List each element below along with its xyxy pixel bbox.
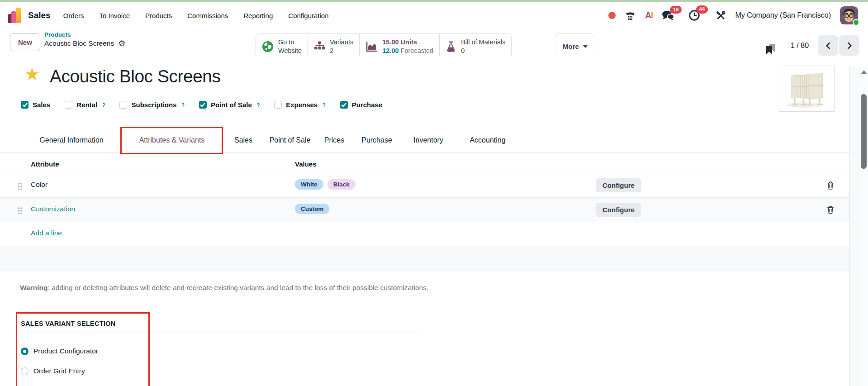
toggle-sales: Sales [21,101,50,109]
chevron-right-icon [845,42,854,50]
go-to-website-button[interactable]: Go to Website [256,34,308,59]
check-icon [200,102,205,108]
tab-attributes-variants[interactable]: Attributes & Variants [121,128,223,152]
table-header-row: Attribute Values [0,156,849,173]
chevron-left-icon [824,42,832,50]
pager-previous-button[interactable] [818,35,838,56]
attribute-cell[interactable]: Customization [31,205,75,213]
column-header-values: Values [295,160,317,168]
tab-purchase[interactable]: Purchase [353,128,401,152]
scrollbar-thumb[interactable] [861,94,867,169]
control-panel: New Products Acoustic Bloc Screens ⚙ Go … [0,29,868,56]
tools-icon[interactable] [716,10,726,21]
menu-reporting[interactable]: Reporting [242,9,274,22]
new-button[interactable]: New [10,33,40,51]
toggle-rental: Rental? [65,101,105,109]
pager-next-button[interactable] [839,35,859,56]
systray: AI 18 44 [608,6,868,24]
area-chart-icon [365,40,378,52]
activities-badge: 44 [696,5,708,14]
delete-row-trash-icon[interactable] [827,205,834,214]
tab-sales[interactable]: Sales [223,128,264,152]
table-row[interactable]: Customization Custom Configure [0,198,849,222]
toggle-point-of-sale: Point of Sale? [199,101,260,109]
company-switcher[interactable]: My Company (San Francisco) [735,11,831,19]
value-tag[interactable]: White [295,179,323,190]
variants-button[interactable]: Variants 2 [308,34,360,59]
radio-unselected-icon[interactable] [21,367,28,375]
menu-products[interactable]: Products [144,9,173,22]
breadcrumb: Products Acoustic Bloc Screens ⚙ [44,31,125,48]
bookmark-icon[interactable] [766,44,777,55]
radio-selected-icon[interactable] [21,348,28,355]
tab-accounting[interactable]: Accounting [456,128,519,152]
toggle-purchase: Purchase [340,101,383,109]
option-order-grid-entry[interactable]: Order Grid Entry [21,367,85,375]
section-divider [21,333,421,333]
phone-icon[interactable] [625,10,636,21]
pager-counter[interactable]: 1 / 80 [791,42,809,50]
tab-inventory[interactable]: Inventory [401,128,456,152]
option-product-configurator[interactable]: Product Configurator [21,347,98,355]
add-line-row: Add a line [0,222,849,246]
notebook-tabs: General Information Attributes & Variant… [0,128,849,152]
configure-button[interactable]: Configure [596,178,641,192]
online-status-dot [853,19,859,26]
purchase-checkbox[interactable] [340,101,348,109]
menu-to-invoice[interactable]: To Invoice [99,9,131,22]
column-header-attribute: Attribute [31,160,59,168]
top-navbar: Sales Orders To Invoice Products Commiss… [0,2,868,29]
stock-units-button[interactable]: 15.00 Units 12.00 Forecasted [360,34,440,59]
check-icon [341,102,346,108]
menu-configuration[interactable]: Configuration [287,9,329,22]
add-a-line-link[interactable]: Add a line [31,229,62,237]
point-of-sale-checkbox[interactable] [199,101,207,109]
ai-icon[interactable]: AI [645,10,653,20]
flask-icon [446,41,456,52]
toggle-expenses: Expenses? [274,101,325,109]
messages-icon[interactable]: 18 [662,10,674,21]
activities-clock-icon[interactable]: 44 [688,10,700,21]
drag-handle-icon[interactable] [17,182,22,190]
messages-badge: 18 [670,6,682,14]
delete-row-trash-icon[interactable] [827,181,834,190]
menu-orders[interactable]: Orders [62,9,85,22]
app-name[interactable]: Sales [28,10,51,20]
sales-checkbox[interactable] [21,101,28,109]
user-avatar[interactable] [840,6,858,24]
subscriptions-checkbox[interactable] [119,101,127,109]
configure-button[interactable]: Configure [596,203,641,217]
globe-icon [262,41,274,52]
tab-point-of-sale[interactable]: Point of Sale [264,128,316,152]
form-sheet: ★ Acoustic Bloc Screens [0,56,849,386]
toggle-subscriptions: Subscriptions? [119,101,184,109]
main-menu: Orders To Invoice Products Commissions R… [62,9,330,22]
expenses-checkbox[interactable] [274,101,282,109]
help-mark: ? [181,102,184,108]
sales-app-icon[interactable] [8,7,22,24]
favorite-star-icon[interactable]: ★ [24,66,40,83]
product-title[interactable]: Acoustic Bloc Screens [50,67,221,86]
scroll-up-arrow-icon[interactable] [861,70,867,74]
breadcrumb-current: Acoustic Bloc Screens [44,39,114,48]
value-tag[interactable]: Custom [295,204,329,214]
value-tag[interactable]: Black [327,179,356,190]
help-mark: ? [257,102,260,108]
table-filler-row [0,246,849,271]
chevron-down-icon [583,45,588,48]
table-row[interactable]: Color White Black Configure [0,173,849,198]
rental-checkbox[interactable] [65,101,72,109]
recording-dot-icon[interactable] [608,12,616,19]
check-icon [22,102,28,108]
gear-icon[interactable]: ⚙ [118,39,125,48]
bill-of-materials-button[interactable]: Bill of Materials 0 [440,34,511,59]
product-image[interactable] [779,66,835,112]
help-mark: ? [323,102,325,108]
menu-commissions[interactable]: Commissions [186,9,229,22]
tab-prices[interactable]: Prices [316,128,353,152]
scroll-gutter [850,67,860,386]
attribute-cell[interactable]: Color [31,181,47,189]
drag-handle-icon[interactable] [17,206,22,214]
breadcrumb-parent-link[interactable]: Products [44,31,125,38]
tab-general-information[interactable]: General Information [22,128,121,152]
